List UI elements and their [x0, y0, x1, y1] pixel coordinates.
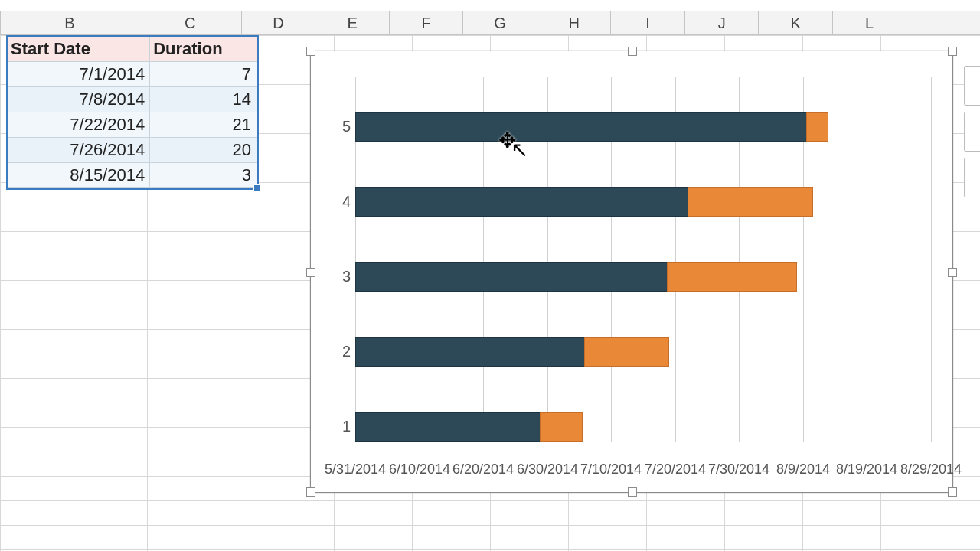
cell-start-date[interactable]: 8/15/2014	[8, 163, 150, 188]
selection-fill-handle[interactable]	[253, 184, 261, 192]
chart-resize-handle[interactable]	[306, 487, 315, 497]
table-row[interactable]: 7/26/2014 20	[8, 138, 257, 163]
chart-styles-button[interactable]	[964, 112, 980, 152]
bar-segment-duration[interactable]	[667, 262, 797, 292]
cell-duration[interactable]: 3	[150, 163, 257, 188]
column-header[interactable]: J	[684, 11, 759, 35]
table-header-row: Start Date Duration	[8, 37, 257, 62]
spreadsheet: BCDEFGHIJKL Start Date Duration 7/1/2014…	[0, 0, 980, 551]
column-header[interactable]: C	[139, 11, 241, 35]
x-tick-label: 7/10/2014	[580, 461, 642, 478]
column-header[interactable]: I	[610, 11, 684, 35]
x-tick-label: 8/9/2014	[776, 461, 830, 478]
y-tick-label: 5	[320, 118, 351, 135]
chart-filters-button[interactable]	[964, 158, 980, 197]
chart-object[interactable]: 54321 5/31/20146/10/20146/20/20146/30/20…	[310, 51, 953, 493]
cell-start-date[interactable]: 7/26/2014	[8, 138, 150, 163]
cell-duration[interactable]: 7	[150, 62, 257, 87]
bar-segment-start-date[interactable]	[355, 337, 586, 367]
y-tick-label: 4	[320, 193, 351, 210]
column-header[interactable]: E	[315, 11, 389, 35]
bar-segment-duration[interactable]	[688, 187, 813, 217]
x-tick-label: 8/19/2014	[836, 461, 897, 478]
cell-duration[interactable]: 20	[150, 138, 257, 163]
column-header[interactable]: F	[389, 11, 463, 35]
bar-segment-start-date[interactable]	[355, 412, 541, 442]
y-tick-label: 3	[320, 268, 351, 285]
bar-segment-start-date[interactable]	[355, 262, 668, 292]
chart-resize-handle[interactable]	[628, 47, 637, 56]
table-header-duration: Duration	[150, 37, 257, 62]
table-row[interactable]: 7/22/2014 21	[8, 112, 257, 138]
chart-elements-button[interactable]	[964, 66, 980, 106]
bar-row[interactable]	[355, 337, 931, 365]
table-row[interactable]: 7/1/2014 7	[8, 62, 257, 87]
chart-resize-handle[interactable]	[948, 268, 957, 277]
cell-start-date[interactable]: 7/8/2014	[8, 87, 150, 112]
chart-resize-handle[interactable]	[306, 47, 315, 56]
chart-resize-handle[interactable]	[948, 47, 957, 56]
x-tick-label: 7/30/2014	[708, 461, 769, 478]
bar-segment-duration[interactable]	[540, 412, 583, 442]
column-header[interactable]: H	[537, 11, 611, 35]
column-header[interactable]: B	[0, 11, 139, 35]
x-tick-label: 5/31/2014	[325, 461, 386, 478]
table-header-start-date: Start Date	[8, 37, 150, 62]
x-tick-label: 6/30/2014	[517, 461, 578, 478]
x-tick-label: 6/20/2014	[452, 461, 514, 478]
table-row[interactable]: 8/15/2014 3	[8, 163, 257, 188]
bar-segment-duration[interactable]	[806, 112, 828, 142]
table-row[interactable]: 7/8/2014 14	[8, 87, 257, 112]
cell-duration[interactable]: 21	[150, 112, 257, 138]
cell-duration[interactable]: 14	[150, 87, 257, 112]
y-tick-label: 1	[320, 418, 351, 435]
bar-row[interactable]	[355, 412, 931, 440]
column-headers[interactable]: BCDEFGHIJKL	[0, 11, 980, 35]
plot-area[interactable]	[355, 77, 931, 442]
x-tick-label: 8/29/2014	[900, 461, 962, 478]
bar-segment-start-date[interactable]	[355, 112, 808, 142]
chart-resize-handle[interactable]	[948, 487, 957, 497]
column-header[interactable]: G	[462, 11, 537, 35]
chart-resize-handle[interactable]	[628, 487, 637, 497]
bar-segment-duration[interactable]	[584, 337, 669, 367]
cell-start-date[interactable]: 7/1/2014	[8, 62, 150, 87]
y-tick-label: 2	[320, 343, 351, 360]
chart-resize-handle[interactable]	[306, 268, 315, 277]
x-tick-label: 6/10/2014	[389, 461, 450, 478]
column-header[interactable]: K	[758, 11, 832, 35]
bar-segment-start-date[interactable]	[355, 187, 689, 217]
column-header[interactable]	[906, 11, 980, 35]
x-tick-label: 7/20/2014	[645, 461, 706, 478]
cell-start-date[interactable]: 7/22/2014	[8, 112, 150, 138]
x-axis-labels: 5/31/20146/10/20146/20/20146/30/20147/10…	[325, 461, 939, 483]
bar-row[interactable]	[355, 262, 931, 290]
bar-row[interactable]	[355, 112, 931, 140]
data-table[interactable]: Start Date Duration 7/1/2014 7 7/8/2014 …	[6, 35, 259, 190]
column-header[interactable]: L	[832, 11, 906, 35]
bar-row[interactable]	[355, 187, 931, 215]
column-header[interactable]: D	[241, 11, 315, 35]
